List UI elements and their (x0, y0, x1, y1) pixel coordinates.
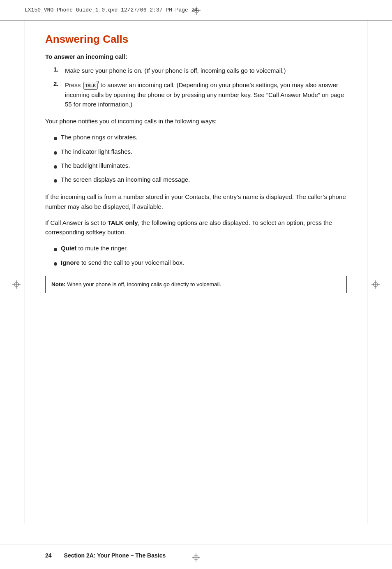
main-content: Answering Calls To answer an incoming ca… (45, 33, 347, 516)
footer-bar (0, 544, 392, 544)
num-2: 2. (53, 80, 65, 87)
softkey-bullets: Quiet to mute the ringer. Ignore to send… (53, 243, 347, 268)
notification-bullets: The phone rings or vibrates. The indicat… (53, 132, 347, 185)
margin-line-right (367, 21, 367, 524)
reg-mark-top (192, 7, 200, 14)
numbered-item-2: 2. Press TALK to answer an incoming call… (53, 80, 347, 109)
bullet-item-2: The indicator light flashes. (53, 147, 347, 157)
cross-mark-top (192, 7, 201, 15)
bullet-item-4: The screen displays an incoming call mes… (53, 175, 347, 185)
contacts-text: If the incoming call is from a number st… (45, 192, 347, 211)
softkey-bullet-dot-2 (53, 258, 61, 268)
numbered-item-1: 1. Make sure your phone is on. (If your … (53, 66, 347, 75)
subtitle: To answer an incoming call: (45, 53, 347, 60)
call-answer-before: If Call Answer is set to (45, 219, 108, 226)
svg-point-0 (54, 137, 57, 140)
footer-page-number: 24 (45, 552, 52, 559)
bullet-text-2: The indicator light flashes. (61, 147, 132, 156)
call-answer-bold: TALK only (108, 219, 138, 226)
softkey-text-1: Quiet to mute the ringer. (61, 243, 128, 253)
item2-after: to answer an incoming call. (Depending o… (65, 81, 344, 108)
bullet-dot-2 (53, 147, 61, 157)
softkey-bullet-2: Ignore to send the call to your voicemai… (53, 258, 347, 268)
reg-mark-bottom (192, 553, 200, 562)
reg-mark-right (371, 280, 380, 289)
talk-icon: TALK (83, 82, 98, 90)
bullet-dot-3 (53, 161, 61, 171)
bullet-text-1: The phone rings or vibrates. (61, 132, 138, 142)
softkey-bullet-dot-1 (53, 243, 61, 254)
bullet-dot-1 (53, 132, 61, 143)
num-1: 1. (53, 66, 65, 73)
bullet-item-3: The backlight illuminates. (53, 161, 347, 171)
notification-intro: Your phone notifies you of incoming call… (45, 116, 347, 126)
page-title: Answering Calls (45, 33, 347, 46)
svg-point-4 (54, 248, 57, 251)
svg-point-1 (54, 151, 57, 155)
note-box: Note: When your phone is off, incoming c… (45, 276, 347, 293)
num-text-2: Press TALK to answer an incoming call. (… (65, 80, 347, 109)
softkey-text-2: Ignore to send the call to your voicemai… (61, 258, 184, 267)
softkey-bullet-1: Quiet to mute the ringer. (53, 243, 347, 254)
ignore-rest: to send the call to your voicemail box. (80, 259, 184, 266)
numbered-list: 1. Make sure your phone is on. (If your … (53, 66, 347, 109)
num-text-1: Make sure your phone is on. (If your pho… (65, 66, 347, 75)
page-container: LX150_VNO Phone Guide_1.0.qxd 12/27/06 2… (0, 0, 392, 569)
item2-before: Press (65, 81, 83, 88)
note-label: Note: (51, 281, 66, 287)
bullet-text-4: The screen displays an incoming call mes… (61, 175, 190, 184)
bullet-dot-4 (53, 175, 61, 185)
ignore-label: Ignore (61, 259, 80, 266)
footer-section: Section 2A: Your Phone – The Basics (64, 552, 166, 559)
call-answer-text: If Call Answer is set to TALK only, the … (45, 218, 347, 237)
bullet-text-3: The backlight illuminates. (61, 161, 130, 170)
margin-line-left (25, 21, 25, 524)
quiet-label: Quiet (61, 245, 76, 252)
quiet-rest: to mute the ringer. (76, 245, 128, 252)
reg-mark-left (12, 280, 21, 289)
svg-point-5 (54, 262, 57, 266)
svg-point-2 (54, 165, 57, 169)
note-text: When your phone is off, incoming calls g… (66, 281, 221, 287)
bullet-item-1: The phone rings or vibrates. (53, 132, 347, 143)
svg-point-3 (54, 179, 57, 183)
